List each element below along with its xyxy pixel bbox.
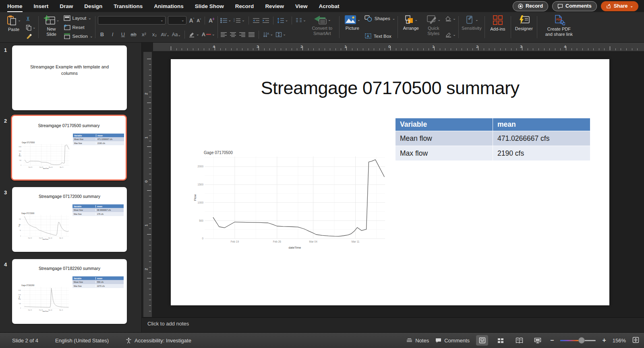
slide-chart[interactable]: Feb 19Feb 26Mar 04Mar 110500100015002000… (193, 149, 386, 249)
shapes-button[interactable]: Shapes⌄ (364, 15, 396, 22)
menu-view[interactable]: View (295, 0, 308, 12)
cut-button[interactable]: ✂ (26, 15, 36, 22)
comments-toggle-button[interactable]: Comments (435, 338, 470, 344)
notes-panel[interactable]: Click to add notes (142, 317, 644, 333)
notes-placeholder[interactable]: Click to add notes (147, 321, 189, 327)
section-button[interactable]: Section⌄ (64, 33, 93, 39)
line-spacing-button[interactable]: ⌄ (277, 18, 288, 23)
character-spacing-button[interactable]: AV⌄ (161, 32, 169, 37)
copy-button[interactable]: ⌄ (26, 25, 36, 31)
slide-canvas[interactable]: Streamgage 07170500 summary Feb 19Feb 26… (171, 59, 609, 305)
menu-slide-show[interactable]: Slide Show (195, 0, 224, 12)
designer-button[interactable]: Designer (514, 12, 534, 42)
slideshow-view-button[interactable] (532, 335, 544, 346)
increase-indent-button[interactable] (262, 18, 269, 23)
align-left-icon (220, 32, 227, 37)
zoom-slider[interactable] (560, 337, 596, 344)
accessibility-status[interactable]: Accessibility: Investigate (126, 338, 191, 344)
font-color-button[interactable]: A⌄ (202, 31, 215, 37)
shape-outline-button[interactable]: ⌄ (445, 32, 456, 37)
ruler-number: 3 (254, 44, 262, 49)
zoom-level[interactable]: 156% (613, 338, 626, 344)
slide-table[interactable]: Variable mean Mean flow 471.0266667 cfs … (396, 118, 590, 161)
zoom-slider-thumb[interactable] (578, 337, 585, 344)
format-painter-button[interactable] (26, 33, 36, 39)
shape-fill-button[interactable]: ⌄ (445, 16, 456, 21)
align-right-button[interactable] (239, 32, 246, 37)
menu-acrobat[interactable]: Acrobat (319, 0, 339, 12)
format-painter-icon (26, 33, 32, 39)
share-button[interactable]: Share ⌄ (601, 1, 638, 11)
quick-styles-button[interactable]: ⌄ Quick Styles (423, 12, 444, 42)
table-row[interactable]: Mean flow 471.0266667 cfs (396, 131, 590, 146)
bold-button[interactable]: B (98, 31, 106, 37)
align-center-button[interactable] (230, 32, 236, 37)
convert-smartart-button[interactable]: ⌄ Convert to SmartArt (308, 12, 337, 42)
strikethrough-button[interactable]: ab (129, 31, 137, 37)
menu-review[interactable]: Review (265, 0, 284, 12)
record-button[interactable]: Record (513, 1, 548, 11)
layout-button[interactable]: Layout⌄ (64, 15, 93, 21)
comments-button[interactable]: Comments (552, 1, 597, 11)
normal-view-button[interactable] (476, 335, 488, 346)
svg-text:2: 2 (234, 20, 235, 22)
reset-button[interactable]: Reset (64, 25, 93, 30)
zoom-out-button[interactable]: − (550, 337, 554, 344)
highlight-pen-icon (188, 31, 195, 37)
italic-button[interactable]: I (108, 31, 116, 37)
new-slide-button[interactable]: ⌄ New Slide (41, 12, 62, 42)
language-status[interactable]: English (United States) (55, 338, 109, 344)
subscript-button[interactable]: x₂ (150, 31, 158, 37)
menu-home[interactable]: Home (7, 0, 23, 12)
arrange-button[interactable]: ⌄ Arrange (400, 12, 421, 42)
highlight-color-button[interactable]: ⌄ (188, 31, 199, 37)
clear-formatting-button[interactable]: A◊ (209, 17, 214, 24)
menu-draw[interactable]: Draw (60, 0, 73, 12)
slide-thumbnail-2[interactable]: Streamgage 07170500 summary Variablemean… (11, 115, 127, 181)
font-size-select[interactable]: ⌄ (168, 16, 186, 25)
text-box-button[interactable]: AText Box (364, 33, 396, 39)
justify-button[interactable] (248, 32, 255, 37)
svg-text:Feb 26: Feb 26 (273, 240, 282, 243)
slide-thumbnail-3[interactable]: Streamgage 07172000 summary Variablemean… (12, 187, 127, 252)
columns-button[interactable]: ⌄ (296, 18, 306, 23)
bullets-button[interactable]: ⌄ (220, 18, 232, 23)
normal-view-icon (479, 337, 486, 344)
slide-thumbnail-4[interactable]: Streamgage 07182260 summary Variablemean… (12, 259, 127, 324)
fit-slide-button[interactable] (632, 337, 639, 344)
align-text-button[interactable]: ⌄ (275, 32, 286, 37)
svg-text:1500: 1500 (19, 150, 21, 152)
paste-button[interactable]: ⌄ Paste (3, 12, 24, 42)
create-pdf-button[interactable]: PDF Create PDF and share link (540, 12, 578, 42)
slide-title[interactable]: Streamgage 07170500 summary (171, 78, 609, 99)
slide-thumbnail-1[interactable]: Streamgage Example with template and col… (12, 45, 127, 110)
picture-button[interactable]: ⌄ Picture (342, 12, 363, 42)
table-header-variable[interactable]: Variable (396, 118, 493, 131)
change-case-button[interactable]: Aa⌄ (172, 32, 181, 37)
slide-sorter-view-button[interactable] (495, 335, 507, 346)
decrease-indent-button[interactable] (253, 18, 260, 23)
menu-record[interactable]: Record (235, 0, 254, 12)
grow-font-button[interactable]: Aˆ (189, 17, 194, 24)
reset-label: Reset (72, 25, 85, 30)
menu-design[interactable]: Design (84, 0, 102, 12)
notes-toggle-button[interactable]: Notes (406, 338, 429, 344)
sensitivity-button[interactable]: ⌄ Sensitivity (461, 12, 482, 42)
menu-transitions[interactable]: Transitions (114, 0, 143, 12)
reading-view-button[interactable] (513, 335, 525, 346)
table-row[interactable]: Max flow 2190 cfs (396, 146, 590, 161)
table-header-mean[interactable]: mean (493, 118, 590, 131)
numbering-button[interactable]: 12⌄ (234, 18, 245, 23)
table-header-row[interactable]: Variable mean (396, 118, 590, 131)
menu-animations[interactable]: Animations (154, 0, 184, 12)
font-name-select[interactable]: ⌄ (98, 16, 166, 25)
underline-button[interactable]: U (119, 31, 127, 37)
addins-button[interactable]: Add-ins (487, 12, 508, 42)
align-left-button[interactable] (220, 32, 227, 37)
shrink-font-button[interactable]: Aˇ (197, 18, 201, 23)
text-direction-button[interactable]: A⌄ (263, 32, 273, 37)
superscript-button[interactable]: x² (140, 31, 148, 37)
menu-insert[interactable]: Insert (34, 0, 49, 12)
reading-view-icon (516, 338, 523, 344)
zoom-in-button[interactable]: + (602, 337, 606, 344)
